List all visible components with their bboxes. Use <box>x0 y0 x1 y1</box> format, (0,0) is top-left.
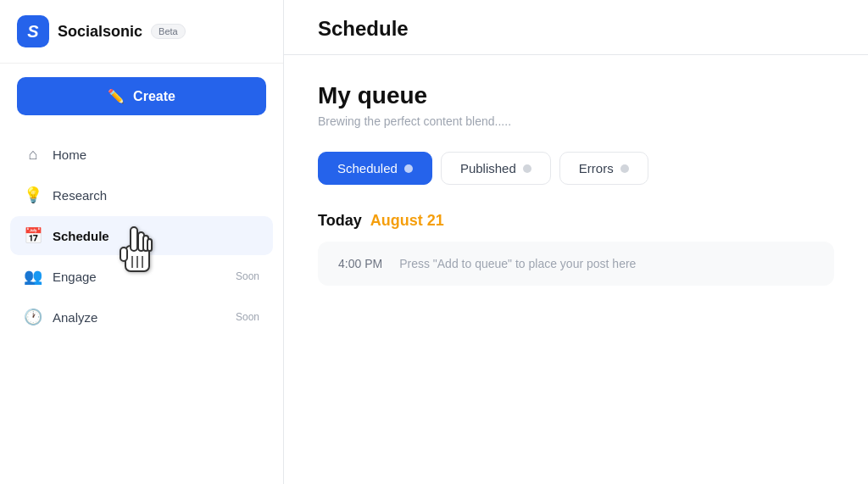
sidebar-item-research-label: Research <box>53 188 107 203</box>
schedule-icon: 📅 <box>24 226 42 245</box>
sidebar-item-schedule[interactable]: 📅 Schedule <box>10 216 273 255</box>
sidebar-item-engage[interactable]: 👥 Engage Soon <box>10 257 273 296</box>
logo-letter: S <box>27 22 38 42</box>
create-button[interactable]: ✏️ Create <box>17 77 266 115</box>
today-label: Today <box>318 212 362 230</box>
main-body: My queue Brewing the perfect content ble… <box>284 55 868 326</box>
analyze-soon-badge: Soon <box>236 311 259 323</box>
main-content: Schedule My queue Brewing the perfect co… <box>284 0 868 484</box>
main-header: Schedule <box>284 0 868 55</box>
home-icon: ⌂ <box>24 146 42 164</box>
today-header: Today August 21 <box>318 212 834 230</box>
queue-slot: 4:00 PM Press "Add to queue" to place yo… <box>318 242 834 286</box>
sidebar-item-analyze-label: Analyze <box>53 310 97 325</box>
edit-icon: ✏️ <box>108 88 125 104</box>
sidebar-header: S Socialsonic Beta <box>0 0 283 64</box>
page-title: Schedule <box>318 17 834 41</box>
queue-time: 4:00 PM <box>338 257 382 270</box>
research-icon: 💡 <box>24 186 42 204</box>
scheduled-dot <box>404 164 413 173</box>
today-section: Today August 21 4:00 PM Press "Add to qu… <box>318 212 834 286</box>
tab-published[interactable]: Published <box>441 152 551 185</box>
tab-published-label: Published <box>460 161 516 175</box>
tab-errors[interactable]: Errors <box>559 152 648 185</box>
errors-dot <box>620 164 629 173</box>
engage-icon: 👥 <box>24 267 42 286</box>
sidebar: S Socialsonic Beta ✏️ Create ⌂ Home 💡 Re… <box>0 0 284 484</box>
tab-scheduled-label: Scheduled <box>337 161 398 175</box>
engage-soon-badge: Soon <box>236 270 259 282</box>
tab-scheduled[interactable]: Scheduled <box>318 152 432 185</box>
sidebar-item-analyze[interactable]: 🕐 Analyze Soon <box>10 298 273 337</box>
app-name: Socialsonic <box>58 23 142 41</box>
sidebar-item-research[interactable]: 💡 Research <box>10 175 273 214</box>
create-button-label: Create <box>133 89 175 104</box>
published-dot <box>523 164 531 173</box>
queue-placeholder: Press "Add to queue" to place your post … <box>399 257 636 270</box>
sidebar-item-schedule-label: Schedule <box>53 229 109 243</box>
analyze-icon: 🕐 <box>24 308 42 326</box>
queue-subtitle: Brewing the perfect content blend..... <box>318 114 834 128</box>
tab-errors-label: Errors <box>579 161 614 175</box>
sidebar-item-engage-label: Engage <box>53 270 97 284</box>
sidebar-item-home[interactable]: ⌂ Home <box>10 136 273 174</box>
nav-list: ⌂ Home 💡 Research 📅 Schedule 👥 Engage So… <box>0 129 283 343</box>
tabs-container: Scheduled Published Errors <box>318 152 834 185</box>
beta-badge: Beta <box>151 24 186 39</box>
today-date: August 21 <box>370 212 444 230</box>
app-logo: S <box>17 15 49 47</box>
queue-title: My queue <box>318 82 834 109</box>
sidebar-item-home-label: Home <box>53 147 86 162</box>
